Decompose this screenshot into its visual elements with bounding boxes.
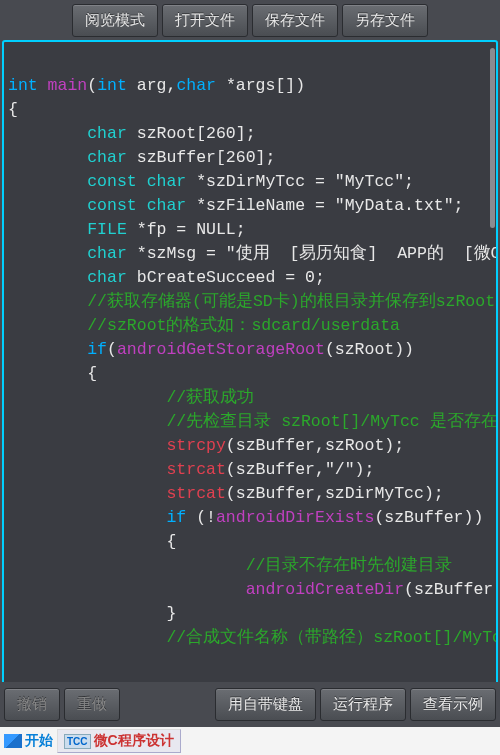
open-file-button[interactable]: 打开文件 xyxy=(162,4,248,37)
redo-button[interactable]: 重做 xyxy=(64,688,120,721)
builtin-keyboard-button[interactable]: 用自带键盘 xyxy=(215,688,316,721)
fn: androidGetStorageRoot xyxy=(117,340,325,359)
start-button[interactable]: 开始 xyxy=(4,732,53,750)
kw: char xyxy=(87,268,127,287)
comment: //合成文件名称（带路径）szRoot[]/MyTcc/MyDa xyxy=(166,628,496,647)
comment: //目录不存在时先创建目录 xyxy=(246,556,453,575)
undo-button[interactable]: 撤销 xyxy=(4,688,60,721)
start-icon xyxy=(4,734,22,748)
fn-name: main xyxy=(38,76,88,95)
view-example-button[interactable]: 查看示例 xyxy=(410,688,496,721)
kw: char xyxy=(87,124,127,143)
t: *szMsg = "使用 [易历知食] APP的 [微C程序设计 xyxy=(127,244,496,263)
t: (szBuffer,szRoot); xyxy=(226,436,404,455)
top-toolbar: 阅览模式 打开文件 保存文件 另存文件 xyxy=(0,0,500,41)
run-program-button[interactable]: 运行程序 xyxy=(320,688,406,721)
start-label: 开始 xyxy=(25,732,53,750)
save-file-button[interactable]: 保存文件 xyxy=(252,4,338,37)
t: (szBuffer,"/"); xyxy=(226,460,375,479)
comment: //先检查目录 szRoot[]/MyTcc 是否存在，不存在贝 xyxy=(166,412,496,431)
t: *szDirMyTcc = "MyTcc"; xyxy=(186,172,414,191)
comment: //szRoot的格式如：sdcard/userdata xyxy=(87,316,400,335)
taskbar-app-button[interactable]: TCC 微C程序设计 xyxy=(57,729,181,753)
t: (! xyxy=(186,508,216,527)
kw: char xyxy=(176,76,216,95)
t: szRoot[260]; xyxy=(127,124,256,143)
kw: char xyxy=(87,244,127,263)
brace: } xyxy=(166,604,176,623)
kw: const char xyxy=(87,196,186,215)
kw: int xyxy=(8,76,38,95)
fn: androidDirExists xyxy=(216,508,374,527)
read-mode-button[interactable]: 阅览模式 xyxy=(72,4,158,37)
kw: char xyxy=(87,148,127,167)
scrollbar[interactable] xyxy=(490,48,495,228)
code-editor[interactable]: int main(int arg,char *args[]) { char sz… xyxy=(2,40,498,685)
t: bCreateSucceed = 0; xyxy=(127,268,325,287)
taskbar: 开始 TCC 微C程序设计 xyxy=(0,727,500,755)
fn: strcpy xyxy=(166,436,225,455)
kw: int xyxy=(97,76,127,95)
t: ( xyxy=(107,340,117,359)
fn: strcat xyxy=(166,460,225,479)
bottom-toolbar: 撤销 重做 用自带键盘 运行程序 查看示例 xyxy=(0,682,500,727)
t: (szBuffer); xyxy=(404,580,496,599)
save-as-button[interactable]: 另存文件 xyxy=(342,4,428,37)
code-content: int main(int arg,char *args[]) { char sz… xyxy=(4,42,496,658)
kw: if xyxy=(166,508,186,527)
kw: const char xyxy=(87,172,186,191)
brace: { xyxy=(87,364,97,383)
t: arg, xyxy=(127,76,177,95)
comment: //获取存储器(可能是SD卡)的根目录并保存到szRoot中 xyxy=(87,292,496,311)
brace: { xyxy=(8,100,18,119)
comment: //获取成功 xyxy=(166,388,254,407)
brace: { xyxy=(166,532,176,551)
t: *fp = NULL; xyxy=(127,220,246,239)
kw: FILE xyxy=(87,220,127,239)
t: ( xyxy=(87,76,97,95)
kw: if xyxy=(87,340,107,359)
t: *args[]) xyxy=(216,76,305,95)
t: (szBuffer,szDirMyTcc); xyxy=(226,484,444,503)
t: (szRoot)) xyxy=(325,340,414,359)
fn: androidCreateDir xyxy=(246,580,404,599)
app-title: 微C程序设计 xyxy=(94,732,174,750)
t: *szFileName = "MyData.txt"; xyxy=(186,196,463,215)
fn: strcat xyxy=(166,484,225,503)
tcc-icon: TCC xyxy=(64,734,91,749)
t: szBuffer[260]; xyxy=(127,148,276,167)
t: (szBuffer)) xyxy=(374,508,483,527)
